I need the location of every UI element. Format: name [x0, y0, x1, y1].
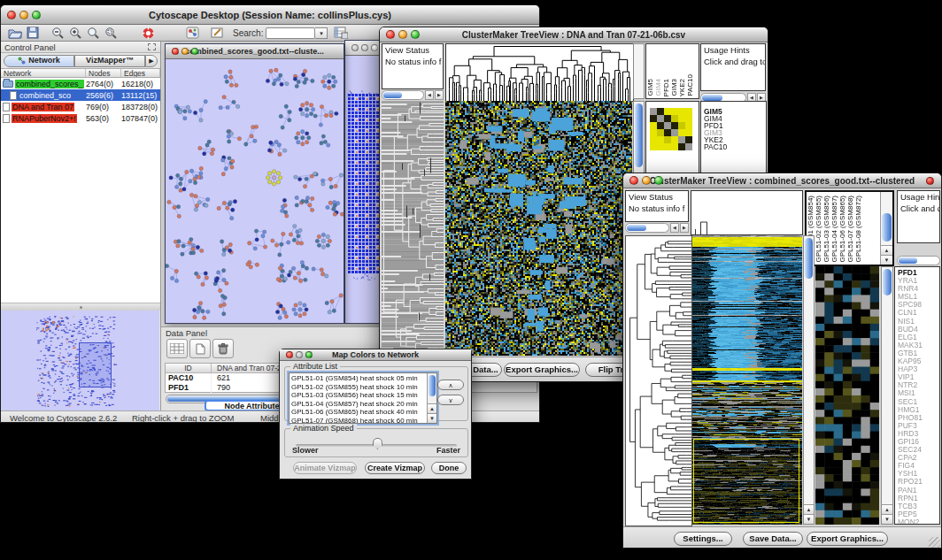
- gene-label[interactable]: HRD3: [898, 430, 937, 438]
- create-vizmap-button[interactable]: Create Vizmap: [365, 462, 425, 474]
- gene-label[interactable]: RNR4: [898, 285, 937, 293]
- network-row[interactable]: RNAPuberNov2+! 563(0) 107847(0): [1, 112, 160, 124]
- zoom-fit-icon[interactable]: [84, 26, 102, 41]
- main-heatmap[interactable]: [692, 235, 802, 525]
- gene-label[interactable]: YRA1: [898, 277, 937, 285]
- gene-label[interactable]: ELG1: [898, 334, 937, 341]
- vertical-scrollbar[interactable]: ▲▼: [803, 235, 815, 525]
- column-dendrogram[interactable]: [691, 190, 803, 235]
- animate-vizmap-button[interactable]: Animate Vizmap: [293, 462, 357, 474]
- gene-label[interactable]: YKE2: [704, 136, 763, 143]
- attribute-item[interactable]: GPL51-03 (GSM856) heat shock 15 min: [291, 391, 435, 400]
- move-up-button[interactable]: ∧: [437, 380, 464, 390]
- gene-label[interactable]: PAC10: [704, 143, 763, 150]
- zoom-out-icon[interactable]: [49, 26, 66, 41]
- vizmapper-icon[interactable]: [183, 26, 201, 41]
- gene-label[interactable]: PEP5: [898, 510, 937, 518]
- gene-label[interactable]: PFD1: [704, 122, 763, 129]
- gene-label[interactable]: PFD1: [898, 269, 937, 277]
- search-dropdown-button[interactable]: ▼: [315, 27, 328, 39]
- gene-label[interactable]: BUD4: [898, 326, 937, 334]
- row-dendrogram[interactable]: [625, 235, 692, 526]
- attribute-item[interactable]: GPL51-04 (GSM857) heat shock 20 min: [291, 400, 435, 409]
- resize-grip[interactable]: [929, 537, 940, 548]
- network-overview-thumbnail[interactable]: [1, 311, 159, 410]
- close-button[interactable]: [386, 30, 395, 39]
- attribute-item[interactable]: GPL51-06 (GSM865) heat shock 40 min: [291, 408, 435, 417]
- gene-label[interactable]: HMG1: [898, 406, 937, 414]
- table-icon[interactable]: [332, 26, 350, 41]
- tab-vizmapper[interactable]: VizMapper™: [74, 55, 145, 67]
- done-button[interactable]: Done: [431, 462, 467, 474]
- zoom-button[interactable]: [371, 44, 378, 51]
- gene-label[interactable]: SEC24: [898, 446, 937, 454]
- gene-label[interactable]: NTR2: [898, 381, 937, 389]
- attribute-item[interactable]: GPL51-02 (GSM855) heat shock 10 min: [291, 383, 435, 392]
- gene-label[interactable]: PHO81: [898, 414, 937, 422]
- delete-attribute-button[interactable]: [212, 339, 234, 358]
- main-titlebar[interactable]: Cytoscape Desktop (Session Name: collins…: [1, 5, 539, 25]
- gene-label[interactable]: PAN1: [898, 487, 937, 495]
- attribute-list-scrollbar[interactable]: ▲▼: [427, 373, 436, 423]
- close-button[interactable]: [172, 48, 179, 55]
- gene-label[interactable]: RPN1: [898, 495, 937, 502]
- gene-label[interactable]: KAP95: [898, 357, 937, 365]
- id-column-header[interactable]: ID: [166, 364, 212, 372]
- gene-label[interactable]: MSI1: [898, 389, 937, 397]
- close-button[interactable]: [629, 176, 638, 185]
- main-heatmap[interactable]: [445, 101, 632, 356]
- gene-label[interactable]: FIG4: [898, 462, 937, 470]
- usage-hints-scrollbar[interactable]: [897, 256, 940, 265]
- zoom-button[interactable]: [411, 30, 420, 39]
- gene-label[interactable]: CPA2: [898, 454, 937, 462]
- save-icon[interactable]: [24, 26, 42, 41]
- zoom-button[interactable]: [32, 11, 41, 19]
- gene-label[interactable]: PUF3: [898, 422, 937, 430]
- float-panel-icon[interactable]: [148, 43, 156, 50]
- gene-label[interactable]: SPC98: [898, 301, 937, 309]
- panel-divider[interactable]: [1, 303, 160, 311]
- zoom-button[interactable]: [654, 176, 663, 185]
- minimize-button[interactable]: [642, 176, 651, 185]
- scroll-strip[interactable]: [633, 43, 645, 99]
- header-scrollbar[interactable]: ▲▼: [880, 192, 892, 265]
- export-graphics-button[interactable]: Export Graphics...: [807, 532, 888, 546]
- more-tabs-button[interactable]: ▶: [145, 55, 158, 67]
- gene-label[interactable]: SEC1: [898, 398, 937, 406]
- zoom-selected-icon[interactable]: [102, 26, 120, 41]
- zoom-button[interactable]: [191, 48, 198, 55]
- export-graphics-button[interactable]: Export Graphics...: [504, 363, 580, 377]
- attribute-list[interactable]: GPL51-01 (GSM854) heat shock 05 minGPL51…: [289, 372, 437, 424]
- close-button[interactable]: [286, 351, 293, 358]
- new-attribute-button[interactable]: [189, 339, 211, 358]
- move-down-button[interactable]: ∨: [437, 395, 464, 405]
- column-dendrogram[interactable]: [445, 43, 634, 102]
- gene-label[interactable]: MON2: [898, 518, 937, 525]
- zoom-in-icon[interactable]: [66, 26, 84, 41]
- attribute-item[interactable]: GPL51-01 (GSM854) heat shock 05 min: [291, 374, 435, 383]
- row-dendrogram[interactable]: [382, 101, 444, 356]
- gene-label[interactable]: GIM3: [704, 129, 763, 136]
- minimize-button[interactable]: [296, 351, 303, 358]
- settings-button[interactable]: Settings...: [674, 532, 732, 546]
- close-button[interactable]: [351, 44, 359, 51]
- gene-label[interactable]: GPI16: [898, 438, 937, 446]
- gene-list-scrollbar[interactable]: ▲▼: [881, 266, 893, 525]
- minimize-button[interactable]: [19, 11, 28, 19]
- attribute-item[interactable]: GPL51-07 (GSM868) heat shock 60 min: [291, 417, 435, 424]
- gene-label[interactable]: YSH1: [898, 470, 937, 478]
- gene-label[interactable]: HAP3: [898, 365, 937, 373]
- gene-label[interactable]: GTB1: [898, 349, 937, 357]
- gene-label[interactable]: RPO21: [898, 478, 937, 486]
- minimize-button[interactable]: [361, 44, 368, 51]
- view-status-scrollbar[interactable]: ◀▶: [625, 223, 689, 233]
- gene-label[interactable]: NIS1: [898, 318, 937, 326]
- save-data-button[interactable]: Save Data...: [743, 532, 803, 546]
- attribute-select-button[interactable]: [166, 339, 188, 358]
- network-row[interactable]: combined_scores_ 2764(0) 16218(0): [1, 78, 160, 89]
- open-icon[interactable]: [6, 26, 24, 41]
- minimize-button[interactable]: [181, 48, 189, 55]
- annotation-icon[interactable]: [208, 26, 226, 41]
- minimize-button[interactable]: [398, 30, 407, 39]
- search-input[interactable]: [266, 27, 315, 39]
